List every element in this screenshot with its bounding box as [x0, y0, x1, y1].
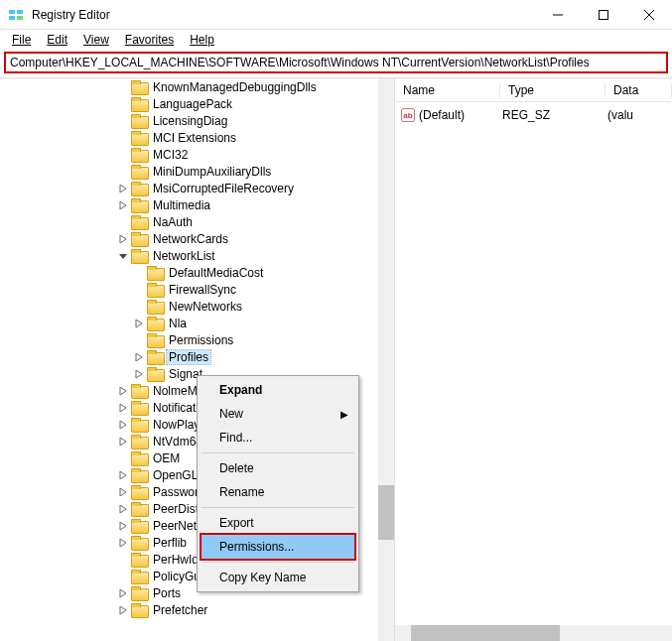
tree-scrollbar[interactable] — [378, 78, 394, 641]
ctx-separator — [202, 507, 354, 508]
tree-item-label: MsiCorruptedFileRecovery — [151, 182, 296, 195]
folder-icon — [147, 283, 163, 296]
value-row[interactable]: ab(Default)REG_SZ(valu — [395, 106, 672, 124]
tree-item[interactable]: Prefetcher — [0, 601, 386, 618]
tree-item-label: Perflib — [151, 536, 189, 550]
folder-icon — [131, 586, 147, 599]
tree-item[interactable]: DefaultMediaCost — [0, 264, 386, 281]
string-value-icon: ab — [401, 108, 415, 122]
expand-icon[interactable] — [115, 197, 131, 213]
menu-view[interactable]: View — [75, 31, 117, 49]
app-icon — [8, 7, 24, 23]
context-menu: Expand New▶ Find... Delete Rename Export… — [197, 375, 359, 592]
tree-item-label: DefaultMediaCost — [167, 266, 265, 280]
tree-item[interactable]: NetworkCards — [0, 230, 386, 247]
ctx-rename[interactable]: Rename — [200, 480, 356, 504]
expand-icon[interactable] — [115, 585, 131, 601]
ctx-expand[interactable]: Expand — [200, 378, 356, 402]
folder-icon — [131, 249, 147, 262]
folder-icon — [131, 536, 147, 549]
tree-item-label: MCI Extensions — [151, 131, 238, 145]
column-data[interactable]: Data — [605, 83, 672, 97]
tree-item[interactable]: NewNetworks — [0, 298, 386, 315]
tree-item[interactable]: NetworkList — [0, 247, 386, 264]
value-pane[interactable]: Name Type Data ab(Default)REG_SZ(valu — [395, 78, 672, 641]
tree-item[interactable]: Permissions — [0, 331, 386, 348]
expand-icon[interactable] — [115, 400, 131, 416]
tree-item[interactable]: LicensingDiag — [0, 112, 386, 129]
tree-item[interactable]: MsiCorruptedFileRecovery — [0, 180, 386, 196]
folder-icon — [131, 401, 147, 414]
folder-icon — [131, 114, 147, 127]
value-h-scrollbar[interactable] — [395, 625, 672, 641]
expand-icon[interactable] — [131, 349, 147, 365]
menu-favorites[interactable]: Favorites — [117, 31, 182, 49]
folder-icon — [147, 333, 163, 346]
folder-icon — [131, 553, 147, 566]
svg-rect-2 — [9, 16, 15, 20]
expand-icon[interactable] — [115, 602, 131, 618]
folder-icon — [131, 165, 147, 178]
tree-item-label: NewNetworks — [167, 300, 244, 314]
address-text: Computer\HKEY_LOCAL_MACHINE\SOFTWARE\Mic… — [10, 56, 590, 69]
expand-icon[interactable] — [115, 518, 131, 534]
expander-empty — [115, 552, 131, 568]
value-data: (valu — [607, 108, 633, 122]
address-bar[interactable]: Computer\HKEY_LOCAL_MACHINE\SOFTWARE\Mic… — [4, 52, 668, 73]
ctx-export[interactable]: Export — [200, 511, 356, 535]
tree-scroll-thumb[interactable] — [378, 485, 394, 540]
folder-icon — [131, 502, 147, 515]
menu-edit[interactable]: Edit — [39, 31, 75, 49]
maximize-button[interactable] — [581, 0, 626, 30]
tree-item[interactable]: NaAuth — [0, 213, 386, 230]
value-h-thumb[interactable] — [411, 625, 560, 641]
tree-item[interactable]: Nla — [0, 315, 386, 331]
column-type[interactable]: Type — [500, 83, 605, 97]
ctx-new[interactable]: New▶ — [200, 402, 356, 426]
expand-icon[interactable] — [115, 181, 131, 196]
close-button[interactable] — [626, 0, 672, 30]
ctx-delete[interactable]: Delete — [200, 456, 356, 480]
window-title: Registry Editor — [32, 8, 535, 22]
tree-item-label: MiniDumpAuxiliaryDlls — [151, 165, 273, 179]
expand-icon[interactable] — [115, 231, 131, 247]
folder-icon — [131, 418, 147, 431]
expander-empty — [115, 113, 131, 129]
menu-file[interactable]: File — [4, 31, 39, 49]
tree-item[interactable]: KnownManagedDebuggingDlls — [0, 78, 386, 95]
menu-help[interactable]: Help — [182, 31, 222, 49]
expand-icon[interactable] — [115, 434, 131, 449]
tree-item[interactable]: LanguagePack — [0, 95, 386, 112]
expand-icon[interactable] — [131, 366, 147, 382]
ctx-copy-key-name[interactable]: Copy Key Name — [200, 566, 356, 589]
expand-icon[interactable] — [115, 417, 131, 433]
expand-icon[interactable] — [115, 383, 131, 399]
expand-icon[interactable] — [115, 535, 131, 551]
expand-icon[interactable] — [131, 316, 147, 331]
expand-icon[interactable] — [115, 484, 131, 500]
expand-icon[interactable] — [115, 501, 131, 517]
folder-icon — [131, 519, 147, 532]
ctx-permissions[interactable]: Permissions... — [200, 533, 356, 561]
tree-item[interactable]: MCI32 — [0, 146, 386, 163]
ctx-find[interactable]: Find... — [200, 426, 356, 449]
expander-empty — [131, 332, 147, 348]
tree-item[interactable]: Multimedia — [0, 196, 386, 213]
expander-empty — [115, 79, 131, 95]
svg-rect-1 — [17, 10, 23, 14]
collapse-icon[interactable] — [115, 248, 131, 264]
column-name[interactable]: Name — [395, 83, 500, 97]
tree-item[interactable]: Profiles — [0, 348, 386, 365]
tree-item[interactable]: FirewallSync — [0, 281, 386, 298]
tree-item-label: KnownManagedDebuggingDlls — [151, 80, 319, 94]
tree-item[interactable]: MCI Extensions — [0, 129, 386, 146]
folder-icon — [147, 266, 163, 279]
expand-icon[interactable] — [115, 467, 131, 483]
expander-empty — [115, 214, 131, 230]
expander-empty — [131, 265, 147, 281]
minimize-button[interactable] — [535, 0, 581, 30]
expander-empty — [115, 96, 131, 112]
tree-item[interactable]: MiniDumpAuxiliaryDlls — [0, 163, 386, 180]
tree-item-label: NaAuth — [151, 215, 195, 229]
tree-item-label: LanguagePack — [151, 97, 234, 111]
